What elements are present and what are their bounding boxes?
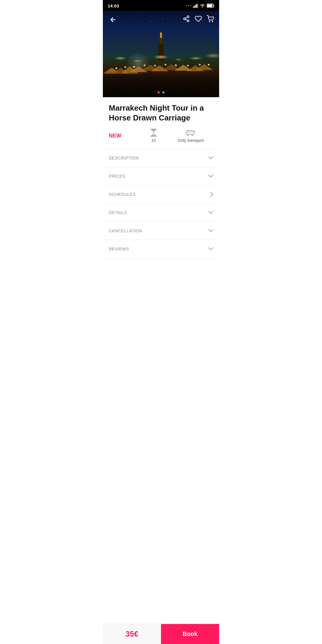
details-label: DETAILS <box>109 210 127 215</box>
svg-point-39 <box>187 65 189 66</box>
transport-value: Only transport <box>178 138 204 143</box>
svg-point-49 <box>196 90 201 97</box>
cart-icon <box>207 15 214 22</box>
svg-point-41 <box>208 64 210 66</box>
svg-point-37 <box>165 64 166 66</box>
accordion-reviews: REVIEWS <box>103 240 219 258</box>
hero-image <box>103 11 219 97</box>
svg-point-1 <box>188 5 189 6</box>
transport-icon <box>186 129 196 137</box>
cart-button[interactable] <box>207 15 214 24</box>
share-icon <box>183 15 190 22</box>
cancellation-chevron-icon <box>208 229 213 232</box>
svg-rect-11 <box>207 4 213 7</box>
share-button[interactable] <box>183 15 190 24</box>
hourglass-icon <box>149 129 158 137</box>
svg-line-54 <box>185 17 188 18</box>
svg-point-44 <box>136 88 141 97</box>
nav-actions <box>183 15 214 24</box>
schedules-header[interactable]: SCHEDULES <box>103 185 219 203</box>
wifi-icon <box>200 4 205 8</box>
svg-rect-59 <box>151 136 156 137</box>
svg-point-45 <box>149 90 152 97</box>
svg-point-57 <box>212 21 213 22</box>
svg-point-34 <box>133 66 135 68</box>
description-chevron-icon <box>208 157 213 160</box>
prices-label: PRICES <box>109 174 125 179</box>
cancellation-header[interactable]: CANCELLATION <box>103 222 219 240</box>
svg-point-32 <box>115 67 117 69</box>
reviews-header[interactable]: REVIEWS <box>103 240 219 258</box>
description-label: DESCRIPTION <box>109 156 139 160</box>
dot-2[interactable] <box>162 91 165 94</box>
svg-point-2 <box>190 5 191 6</box>
transport-tag: Only transport <box>168 129 213 143</box>
status-icons <box>186 4 214 8</box>
svg-point-0 <box>186 5 187 6</box>
svg-rect-64 <box>189 131 191 132</box>
svg-point-40 <box>199 64 201 66</box>
reviews-chevron-icon <box>208 247 213 250</box>
details-chevron-icon <box>208 211 213 214</box>
svg-point-36 <box>154 65 156 66</box>
status-time: 14:03 <box>108 3 119 8</box>
svg-rect-10 <box>214 5 214 7</box>
duration-value: 1h <box>151 138 156 143</box>
svg-point-33 <box>124 66 126 68</box>
svg-point-67 <box>192 134 193 136</box>
reviews-label: REVIEWS <box>109 247 129 251</box>
svg-point-56 <box>209 21 210 22</box>
svg-line-55 <box>185 19 188 20</box>
accordion-prices: PRICES <box>103 167 219 185</box>
battery-icon <box>207 4 214 8</box>
svg-rect-3 <box>193 7 194 8</box>
accordion-description: DESCRIPTION <box>103 149 219 167</box>
svg-point-50 <box>208 88 212 97</box>
new-badge: NEW <box>109 133 139 139</box>
accordion-details: DETAILS <box>103 204 219 222</box>
status-bar: 14:03 <box>103 0 219 11</box>
svg-point-48 <box>184 88 188 97</box>
tour-content: Marrakech Night Tour in a Horse Drawn Ca… <box>103 97 219 149</box>
tour-title: Marrakech Night Tour in a Horse Drawn Ca… <box>109 103 213 123</box>
svg-point-66 <box>188 134 189 136</box>
schedules-label: SCHEDULES <box>109 192 136 197</box>
svg-rect-6 <box>196 4 197 8</box>
crowd-silhouette <box>103 76 219 97</box>
description-header[interactable]: DESCRIPTION <box>103 149 219 167</box>
details-header[interactable]: DETAILS <box>103 204 219 222</box>
svg-point-35 <box>144 64 145 66</box>
svg-point-43 <box>125 90 129 97</box>
tour-tags: NEW 1h <box>109 129 213 149</box>
svg-point-8 <box>202 7 203 8</box>
back-icon <box>109 16 117 23</box>
duration-tag: 1h <box>139 129 168 143</box>
accordion: DESCRIPTION PRICES SCHEDULES DETAILS <box>103 149 219 258</box>
heart-icon <box>195 15 202 22</box>
signal-bars-icon <box>193 4 198 8</box>
back-button[interactable] <box>108 14 118 25</box>
image-dots <box>157 91 165 94</box>
svg-rect-5 <box>195 5 196 8</box>
svg-rect-63 <box>187 131 189 132</box>
cancellation-label: CANCELLATION <box>109 228 142 233</box>
svg-point-47 <box>172 89 177 97</box>
svg-rect-7 <box>198 4 198 8</box>
favorite-button[interactable] <box>195 15 202 24</box>
prices-chevron-icon <box>208 175 213 178</box>
accordion-cancellation: CANCELLATION <box>103 222 219 240</box>
signal-dots-icon <box>186 4 191 7</box>
nav-bar <box>103 11 219 29</box>
bottom-spacer <box>103 258 219 282</box>
svg-point-42 <box>112 88 117 97</box>
prices-header[interactable]: PRICES <box>103 167 219 185</box>
accordion-schedules: SCHEDULES <box>103 185 219 204</box>
dot-1[interactable] <box>157 91 160 94</box>
svg-rect-58 <box>151 129 156 130</box>
svg-rect-4 <box>194 6 195 8</box>
svg-rect-65 <box>191 131 193 132</box>
schedules-arrow-icon <box>210 192 213 197</box>
svg-point-38 <box>175 64 177 66</box>
